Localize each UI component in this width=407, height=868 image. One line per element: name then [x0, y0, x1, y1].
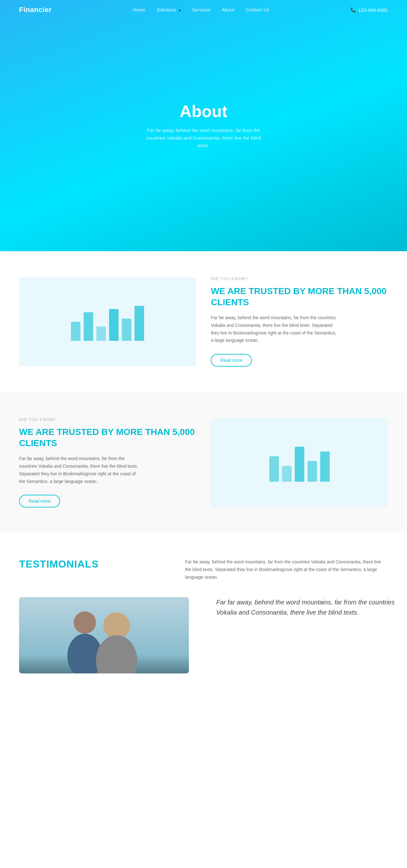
nav-link-services[interactable]: Services	[192, 7, 211, 12]
chart-bar-6	[134, 306, 144, 341]
nav-link-home[interactable]: Home	[133, 7, 145, 12]
chart2-bar-5	[320, 452, 330, 482]
phone-number: 123-469-9381	[358, 7, 388, 13]
nav-item-solutions[interactable]: Solutions	[157, 7, 181, 13]
nav-link-solutions[interactable]: Solutions	[157, 7, 177, 12]
chart2-bar-4	[308, 461, 317, 482]
svg-point-3	[96, 635, 137, 674]
section2-heading: WE ARE TRUSTED BY MORE THAN 5,000 CLIENT…	[19, 426, 196, 448]
nav-item-services[interactable]: Services	[192, 7, 211, 13]
brand-logo[interactable]: Financier	[19, 6, 52, 14]
section-trusted-left: DID YOU KNOW? WE ARE TRUSTED BY MORE THA…	[0, 392, 407, 533]
svg-point-0	[74, 612, 96, 634]
section-trusted-right: DID YOU KNOW? WE ARE TRUSTED BY MORE THA…	[0, 251, 407, 392]
chart2-bar-2	[282, 466, 291, 482]
testimonials-heading: TESTIMONIALS	[19, 558, 167, 570]
testimonial-cards: Far far away, behind the word mountains,…	[19, 597, 388, 674]
nav-link-contact[interactable]: Contact Us	[246, 7, 269, 12]
section2-image	[211, 418, 388, 507]
section1-body: Far far away, behind the word mountains,…	[211, 314, 338, 344]
testimonial-photo-container	[19, 597, 189, 674]
hero-section: About Far far away, behind the word moun…	[0, 0, 407, 251]
nav-link-about[interactable]: About	[222, 7, 234, 12]
chart-bar-5	[122, 318, 131, 341]
chart-container	[63, 303, 152, 341]
testimonials-intro-container: Far far away, behind the word mountains,…	[185, 558, 388, 581]
testimonials-header: TESTIMONIALS Far far away, behind the wo…	[19, 558, 388, 581]
hero-title: About	[180, 102, 227, 121]
section2-body: Far far away, behind the word mountains,…	[19, 455, 140, 485]
hero-subtitle: Far far away, behind the word mountains,…	[143, 127, 264, 149]
section2-readmore-button[interactable]: Read more	[19, 495, 60, 507]
person-silhouette-svg	[19, 597, 189, 674]
testimonial-quote: Far far away, behind the word mountains,…	[216, 597, 401, 617]
chart-container-2	[261, 443, 338, 482]
testimonials-section: TESTIMONIALS Far far away, behind the wo…	[0, 533, 407, 692]
nav-item-home[interactable]: Home	[133, 7, 145, 13]
section2-label: DID YOU KNOW?	[19, 417, 196, 422]
chart-bar-4	[109, 309, 119, 341]
phone-display: 📞 123-469-9381	[350, 7, 388, 13]
svg-point-2	[103, 612, 130, 639]
navbar: Financier Home Solutions Services About …	[0, 0, 407, 20]
section1-heading: WE ARE TRUSTED BY MORE THAN 5,000 CLIENT…	[211, 285, 388, 308]
testimonials-heading-container: TESTIMONIALS	[19, 558, 167, 570]
testimonials-intro: Far far away, behind the word mountains,…	[185, 558, 388, 581]
nav-links: Home Solutions Services About Contact Us	[133, 7, 269, 13]
chart2-bar-3	[295, 447, 304, 482]
nav-item-about[interactable]: About	[222, 7, 234, 13]
section1-image	[19, 277, 196, 366]
phone-icon: 📞	[350, 7, 356, 12]
chart2-bar-1	[269, 456, 279, 482]
testimonial-photo	[19, 597, 189, 674]
chart-bar-2	[84, 312, 93, 341]
chart-bar-3	[96, 327, 106, 341]
testimonial-quote-container: Far far away, behind the word mountains,…	[216, 597, 401, 617]
section1-content: DID YOU KNOW? WE ARE TRUSTED BY MORE THA…	[211, 277, 388, 367]
section1-label: DID YOU KNOW?	[211, 277, 388, 281]
nav-item-contact[interactable]: Contact Us	[246, 7, 269, 13]
section1-readmore-button[interactable]: Read more	[211, 354, 252, 367]
chart-bar-1	[71, 322, 81, 341]
section2-content: DID YOU KNOW? WE ARE TRUSTED BY MORE THA…	[19, 417, 196, 507]
